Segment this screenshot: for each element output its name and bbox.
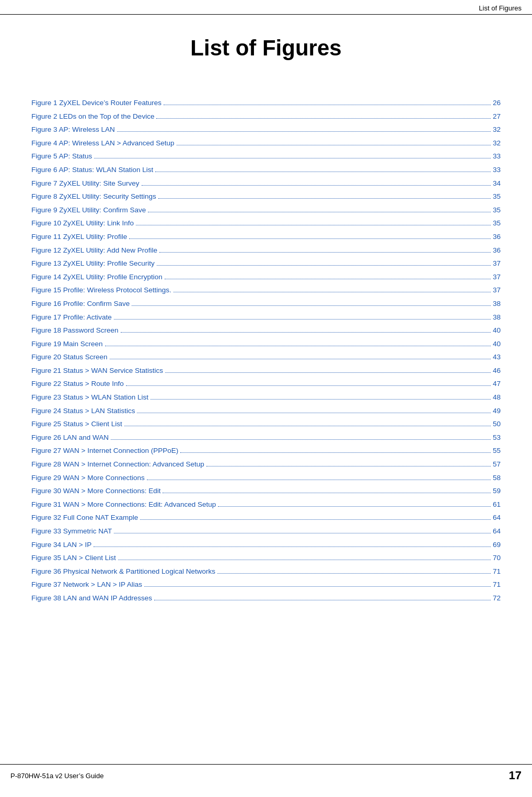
- list-item: Figure 25 Status > Client List50: [31, 418, 501, 430]
- list-item: Figure 27 WAN > Internet Connection (PPP…: [31, 445, 501, 457]
- footer-guide-name: P-870HW-51a v2 User’s Guide: [10, 772, 103, 780]
- figure-dots: [124, 426, 491, 426]
- figure-page-number: 35: [493, 218, 501, 229]
- figure-label: Figure 19 Main Screen: [31, 338, 103, 350]
- figure-label: Figure 34 LAN > IP: [31, 539, 91, 551]
- figure-page-number: 46: [493, 365, 501, 377]
- figure-label: Figure 37 Network > LAN > IP Alias: [31, 579, 142, 590]
- figure-dots: [129, 238, 491, 239]
- figure-dots: [164, 105, 491, 105]
- figure-page-number: 32: [493, 138, 501, 149]
- figure-label: Figure 26 LAN and WAN: [31, 432, 109, 443]
- figure-label: Figure 22 Status > Route Info: [31, 378, 124, 390]
- list-item: Figure 37 Network > LAN > IP Alias71: [31, 579, 501, 590]
- list-item: Figure 10 ZyXEL Utility: Link Info35: [31, 218, 501, 229]
- footer-page-number: 17: [509, 769, 522, 782]
- figure-label: Figure 7 ZyXEL Utility: Site Survey: [31, 178, 140, 189]
- figure-page-number: 59: [493, 485, 501, 497]
- figure-label: Figure 17 Profile: Activate: [31, 312, 112, 323]
- figure-page-number: 47: [493, 378, 501, 390]
- figure-page-number: 61: [493, 499, 501, 510]
- figure-label: Figure 32 Full Cone NAT Example: [31, 512, 138, 523]
- figure-label: Figure 3 AP: Wireless LAN: [31, 124, 115, 135]
- figure-page-number: 53: [493, 432, 501, 443]
- list-item: Figure 36 Physical Network & Partitioned…: [31, 566, 501, 577]
- list-item: Figure 14 ZyXEL Utility: Profile Encrypt…: [31, 271, 501, 283]
- list-item: Figure 12 ZyXEL Utility: Add New Profile…: [31, 245, 501, 256]
- figure-label: Figure 1 ZyXEL Device’s Router Features: [31, 97, 161, 109]
- figure-dots: [174, 292, 491, 292]
- page-header: List of Figures: [0, 0, 532, 15]
- figure-page-number: 40: [493, 325, 501, 336]
- figure-label: Figure 5 AP: Status: [31, 151, 92, 162]
- list-item: Figure 26 LAN and WAN53: [31, 432, 501, 443]
- figure-page-number: 27: [493, 111, 501, 122]
- content-area: Figure 1 ZyXEL Device’s Router Features2…: [0, 92, 532, 637]
- list-item: Figure 1 ZyXEL Device’s Router Features2…: [31, 97, 501, 109]
- figure-label: Figure 29 WAN > More Connections: [31, 472, 145, 484]
- figure-dots: [177, 145, 491, 145]
- figure-dots: [180, 452, 491, 453]
- figure-page-number: 38: [493, 312, 501, 323]
- list-item: Figure 22 Status > Route Info47: [31, 378, 501, 390]
- figure-page-number: 36: [493, 245, 501, 256]
- figure-dots: [137, 413, 491, 413]
- list-item: Figure 34 LAN > IP69: [31, 539, 501, 551]
- list-item: Figure 19 Main Screen40: [31, 338, 501, 350]
- figure-dots: [140, 519, 491, 520]
- list-item: Figure 6 AP: Status: WLAN Station List33: [31, 164, 501, 176]
- figure-dots: [151, 399, 491, 400]
- list-item: Figure 11 ZyXEL Utility: Profile36: [31, 231, 501, 243]
- figure-dots: [117, 131, 491, 132]
- figure-dots: [114, 319, 491, 320]
- figure-page-number: 49: [493, 405, 501, 417]
- header-title: List of Figures: [479, 4, 522, 12]
- list-item: Figure 5 AP: Status33: [31, 151, 501, 162]
- figure-page-number: 50: [493, 418, 501, 430]
- figure-label: Figure 28 WAN > Internet Connection: Adv…: [31, 459, 204, 470]
- list-item: Figure 8 ZyXEL Utility: Security Setting…: [31, 191, 501, 202]
- figure-dots: [157, 265, 491, 266]
- figure-dots: [163, 493, 490, 493]
- figure-page-number: 64: [493, 512, 501, 523]
- figure-page-number: 34: [493, 178, 501, 189]
- figure-dots: [110, 359, 491, 359]
- list-item: Figure 32 Full Cone NAT Example64: [31, 512, 501, 523]
- figure-list: Figure 1 ZyXEL Device’s Router Features2…: [31, 97, 501, 604]
- figure-dots: [159, 252, 491, 253]
- figure-dots: [218, 506, 491, 507]
- figure-dots: [165, 279, 491, 279]
- figure-label: Figure 11 ZyXEL Utility: Profile: [31, 231, 127, 243]
- list-item: Figure 33 Symmetric NAT64: [31, 526, 501, 537]
- figure-label: Figure 2 LEDs on the Top of the Device: [31, 111, 154, 122]
- list-item: Figure 7 ZyXEL Utility: Site Survey34: [31, 178, 501, 189]
- figure-page-number: 33: [493, 164, 501, 176]
- figure-dots: [136, 225, 491, 225]
- list-item: Figure 30 WAN > More Connections: Edit59: [31, 485, 501, 497]
- figure-page-number: 55: [493, 445, 501, 457]
- figure-page-number: 58: [493, 472, 501, 484]
- list-item: Figure 38 LAN and WAN IP Addresses72: [31, 593, 501, 604]
- figure-page-number: 43: [493, 351, 501, 363]
- figure-dots: [94, 158, 491, 158]
- figure-dots: [155, 172, 491, 172]
- list-item: Figure 28 WAN > Internet Connection: Adv…: [31, 459, 501, 470]
- figure-label: Figure 6 AP: Status: WLAN Station List: [31, 164, 153, 176]
- figure-dots: [105, 346, 491, 346]
- figure-dots: [147, 480, 491, 480]
- figure-dots: [206, 466, 491, 466]
- figure-label: Figure 13 ZyXEL Utility: Profile Securit…: [31, 258, 155, 269]
- figure-dots: [111, 439, 491, 440]
- figure-page-number: 36: [493, 231, 501, 243]
- figure-label: Figure 14 ZyXEL Utility: Profile Encrypt…: [31, 271, 163, 283]
- list-item: Figure 29 WAN > More Connections58: [31, 472, 501, 484]
- figure-label: Figure 18 Password Screen: [31, 325, 119, 336]
- list-item: Figure 20 Status Screen43: [31, 351, 501, 363]
- figure-dots: [142, 185, 491, 186]
- list-item: Figure 3 AP: Wireless LAN32: [31, 124, 501, 135]
- figure-page-number: 71: [493, 566, 501, 577]
- figure-page-number: 72: [493, 593, 501, 604]
- figure-page-number: 48: [493, 392, 501, 403]
- list-item: Figure 24 Status > LAN Statistics49: [31, 405, 501, 417]
- list-item: Figure 31 WAN > More Connections: Edit: …: [31, 499, 501, 510]
